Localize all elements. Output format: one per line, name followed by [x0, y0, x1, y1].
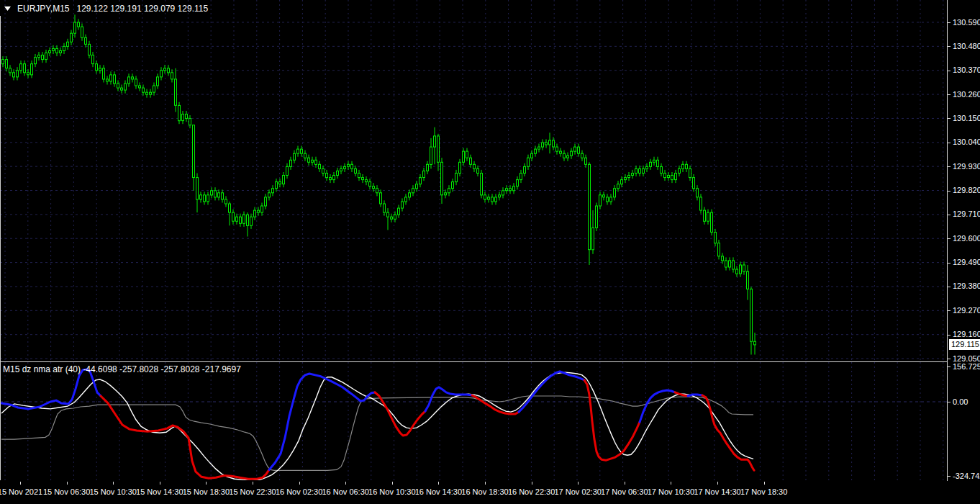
candle-body	[211, 191, 213, 195]
price-axis-label: 129.160	[953, 330, 980, 338]
candle-body	[63, 46, 65, 50]
candle-body	[322, 168, 325, 173]
candle-body	[563, 153, 566, 158]
candle-body	[312, 160, 314, 162]
time-tick	[113, 482, 114, 485]
price-axis-label: 130.480	[953, 42, 980, 50]
candle-body	[103, 68, 105, 79]
time-tick	[671, 482, 671, 485]
candle-body	[229, 204, 231, 212]
candle-body	[574, 147, 576, 151]
candle-body	[286, 166, 289, 175]
candle-body	[6, 60, 8, 68]
candle-body	[121, 88, 123, 90]
price-axis-label: 129.490	[953, 258, 980, 266]
indicator-blue-segment	[640, 390, 675, 422]
candle-body	[463, 151, 465, 162]
candle-body	[175, 79, 177, 105]
candle-body	[380, 193, 382, 204]
candle-body	[279, 182, 281, 184]
time-axis-label: 16 Nov 10:30	[368, 487, 415, 496]
candle-body	[225, 199, 227, 204]
indicator-axis-bottom-label: -324.7427	[953, 472, 980, 480]
candle-body	[675, 174, 677, 180]
axis-tick	[948, 402, 950, 402]
axis-tick	[948, 310, 950, 311]
symbol-period-label: EURJPY,M15	[17, 4, 69, 14]
candle-body	[455, 174, 458, 182]
candle-body	[549, 140, 551, 145]
candle-body	[542, 143, 544, 147]
candle-body	[553, 140, 555, 147]
candle-body	[106, 79, 109, 81]
candle-body	[146, 92, 148, 94]
time-axis-label: 15 Nov 2021	[0, 487, 42, 496]
time-axis-label: 17 Nov 18:30	[740, 487, 787, 496]
indicator-axis-top-label: 156.7258	[953, 363, 980, 371]
time-tick	[345, 482, 346, 485]
candle-body	[657, 160, 659, 166]
candle-body	[236, 217, 238, 221]
candle-body	[45, 53, 47, 60]
candle-body	[254, 210, 256, 217]
indicator-header-label: M15 dz nma atr (40) -44.6098 -257.8028 -…	[3, 364, 241, 374]
price-axis-label: 129.710	[953, 210, 980, 218]
candle-body	[384, 204, 386, 212]
candle-body	[571, 151, 573, 156]
candle-body	[49, 51, 51, 53]
candle-body	[124, 84, 127, 90]
pane-splitter[interactable]	[0, 361, 980, 362]
candle-body	[743, 265, 745, 271]
candle-body	[491, 197, 494, 202]
time-axis[interactable]: 15 Nov 202115 Nov 06:3015 Nov 10:3015 No…	[0, 481, 980, 504]
candle-body	[509, 189, 512, 191]
time-axis-label: 15 Nov 06:30	[43, 487, 90, 496]
candle-body	[164, 68, 166, 71]
price-axis[interactable]: 130.590130.480130.370130.260130.150130.0…	[947, 0, 980, 481]
current-price-tag: 129.115	[949, 339, 980, 350]
time-tick	[438, 482, 439, 485]
candle-body	[71, 33, 73, 42]
time-axis-label: 17 Nov 10:30	[648, 487, 694, 496]
candle-body	[222, 193, 224, 199]
candle-body	[391, 217, 393, 219]
main-chart-area[interactable]	[0, 0, 948, 361]
axis-tick	[948, 215, 950, 215]
time-tick	[299, 482, 300, 485]
candle-body	[114, 75, 116, 84]
axis-tick	[948, 143, 950, 143]
chart-title: EURJPY,M15 129.122 129.191 129.079 129.1…	[4, 4, 208, 14]
candle-body	[96, 64, 98, 71]
candle-body	[218, 193, 220, 197]
candle-body	[700, 197, 702, 210]
candle-body	[628, 176, 630, 178]
price-axis-label: 130.150	[953, 114, 980, 122]
candle-body	[502, 191, 504, 195]
indicator-pane[interactable]	[0, 362, 948, 480]
candle-body	[99, 68, 101, 71]
candle-body	[272, 189, 274, 193]
candle-body	[589, 164, 591, 249]
axis-tick	[948, 263, 950, 264]
candle-body	[358, 174, 360, 178]
candle-body	[747, 271, 749, 289]
candle-body	[445, 193, 447, 195]
candle-body	[38, 55, 40, 58]
time-tick	[717, 482, 718, 485]
candle-body	[689, 168, 691, 177]
axis-tick	[948, 22, 950, 23]
candle-body	[650, 162, 652, 166]
candle-body	[725, 261, 727, 267]
candle-body	[664, 174, 666, 178]
candle-body	[200, 195, 202, 199]
price-axis-label: 130.040	[953, 138, 980, 146]
price-axis-label: 129.050	[953, 355, 980, 363]
candle-body	[740, 265, 742, 274]
candle-body	[603, 195, 605, 197]
time-axis-label: 16 Nov 14:30	[415, 487, 462, 496]
candle-body	[473, 164, 476, 168]
price-axis-label: 129.600	[953, 235, 980, 243]
candle-body	[495, 197, 497, 202]
candle-body	[693, 178, 695, 189]
candle-body	[186, 114, 188, 119]
